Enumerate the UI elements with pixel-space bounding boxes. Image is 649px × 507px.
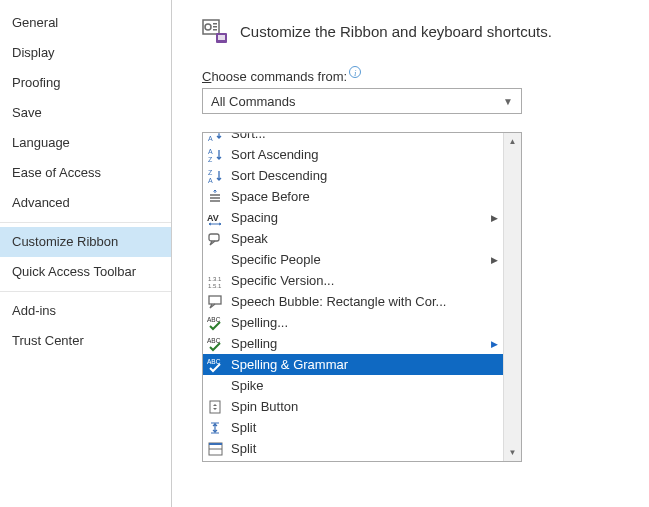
command-item[interactable]: Space Before	[203, 186, 503, 207]
spin-icon	[207, 399, 225, 415]
main-panel: Customize the Ribbon and keyboard shortc…	[172, 0, 649, 507]
command-item[interactable]: Split Cells...	[203, 459, 503, 461]
sidebar-item-customize-ribbon[interactable]: Customize Ribbon	[0, 227, 171, 257]
submenu-indicator-icon: ▶	[489, 213, 499, 223]
command-item[interactable]: 1.3.11.5.1Specific Version...	[203, 270, 503, 291]
sidebar-item-trust-center[interactable]: Trust Center	[0, 326, 171, 356]
command-item[interactable]: ZASort Descending	[203, 165, 503, 186]
av-arrows-icon: AV	[207, 210, 225, 226]
abc-check-icon: ABC	[207, 315, 225, 331]
sort-az-icon: AZ	[207, 147, 225, 163]
svg-rect-3	[213, 26, 217, 28]
speak-icon	[207, 231, 225, 247]
sidebar-item-advanced[interactable]: Advanced	[0, 188, 171, 218]
svg-text:1.3.1: 1.3.1	[208, 276, 222, 282]
command-label: Spike	[231, 378, 483, 393]
svg-text:A: A	[208, 177, 213, 184]
svg-rect-14	[209, 234, 219, 241]
command-item[interactable]: ABCSpelling & Grammar	[203, 354, 503, 375]
sidebar-item-save[interactable]: Save	[0, 98, 171, 128]
split-h-icon	[207, 420, 225, 436]
choose-commands-combo[interactable]: All Commands ▼	[202, 88, 522, 114]
command-item[interactable]: AVSpacing▶	[203, 207, 503, 228]
sidebar-item-general[interactable]: General	[0, 8, 171, 38]
command-label: Spelling...	[231, 315, 483, 330]
command-label: Specific People	[231, 252, 483, 267]
choose-commands-label: Choose commands from:i	[202, 66, 639, 84]
command-label: Space Before	[231, 189, 483, 204]
svg-text:ABC: ABC	[207, 337, 221, 344]
command-item[interactable]: Split	[203, 438, 503, 459]
svg-rect-4	[213, 29, 217, 31]
sidebar-separator	[0, 291, 171, 292]
blank-icon	[207, 378, 225, 394]
sidebar-item-proofing[interactable]: Proofing	[0, 68, 171, 98]
sort-za-icon: ZA	[207, 168, 225, 184]
sidebar-separator	[0, 222, 171, 223]
bubble-icon	[207, 294, 225, 310]
scroll-up-icon[interactable]: ▲	[504, 133, 521, 150]
command-label: Split	[231, 420, 483, 435]
svg-text:ABC: ABC	[207, 316, 221, 323]
command-label: Spin Button	[231, 399, 483, 414]
command-item[interactable]: Spin Button	[203, 396, 503, 417]
svg-text:AV: AV	[207, 213, 219, 223]
split-win-icon	[207, 441, 225, 457]
command-label: Spelling & Grammar	[231, 357, 483, 372]
header-title: Customize the Ribbon and keyboard shortc…	[240, 23, 552, 40]
command-label: Sort...	[231, 133, 483, 141]
abc-check-sel-icon: ABC	[207, 357, 225, 373]
command-label: Specific Version...	[231, 273, 483, 288]
command-label: Sort Descending	[231, 168, 483, 183]
options-sidebar: GeneralDisplayProofingSaveLanguageEase o…	[0, 0, 172, 507]
command-item[interactable]: AZSort Ascending	[203, 144, 503, 165]
command-item[interactable]: Spike	[203, 375, 503, 396]
svg-point-1	[205, 24, 211, 30]
command-item[interactable]: Speech Bubble: Rectangle with Cor...	[203, 291, 503, 312]
svg-text:Z: Z	[208, 169, 213, 176]
info-icon[interactable]: i	[349, 66, 361, 78]
submenu-indicator-icon: ▶	[489, 255, 499, 265]
command-label: Sort Ascending	[231, 147, 483, 162]
command-label: Speak	[231, 231, 483, 246]
sidebar-item-display[interactable]: Display	[0, 38, 171, 68]
para-space-icon	[207, 189, 225, 205]
svg-rect-24	[209, 443, 222, 445]
command-item[interactable]: ZASort...	[203, 133, 503, 144]
listbox-scrollbar[interactable]: ▲ ▼	[503, 133, 521, 461]
svg-text:Z: Z	[208, 133, 213, 134]
blank-icon	[207, 252, 225, 268]
command-item[interactable]: ABCSpelling▶	[203, 333, 503, 354]
svg-rect-17	[209, 296, 221, 304]
submenu-indicator-icon: ▶	[489, 339, 499, 349]
sidebar-item-ease-of-access[interactable]: Ease of Access	[0, 158, 171, 188]
sidebar-item-language[interactable]: Language	[0, 128, 171, 158]
command-item[interactable]: Specific People▶	[203, 249, 503, 270]
command-label: Spacing	[231, 210, 483, 225]
sort-za-icon: ZA	[207, 133, 225, 142]
command-label: Speech Bubble: Rectangle with Cor...	[231, 294, 483, 309]
svg-text:1.5.1: 1.5.1	[208, 283, 222, 289]
sidebar-item-add-ins[interactable]: Add-ins	[0, 296, 171, 326]
command-item[interactable]: Speak	[203, 228, 503, 249]
command-label: Spelling	[231, 336, 483, 351]
chevron-down-icon: ▼	[503, 96, 513, 107]
svg-rect-2	[213, 23, 217, 25]
scroll-down-icon[interactable]: ▼	[504, 444, 521, 461]
commands-listbox[interactable]: ZASort...AZSort AscendingZASort Descendi…	[203, 133, 503, 461]
sidebar-item-quick-access-toolbar[interactable]: Quick Access Toolbar	[0, 257, 171, 287]
combo-value: All Commands	[211, 94, 296, 109]
customize-ribbon-icon	[202, 18, 228, 44]
svg-text:ABC: ABC	[207, 358, 221, 365]
svg-text:A: A	[208, 135, 213, 142]
command-label: Split	[231, 441, 483, 456]
svg-rect-21	[210, 401, 220, 413]
svg-rect-6	[218, 35, 225, 40]
command-item[interactable]: ABCSpelling...	[203, 312, 503, 333]
svg-text:A: A	[208, 148, 213, 155]
svg-text:Z: Z	[208, 156, 213, 163]
abc-check-icon: ABC	[207, 336, 225, 352]
command-item[interactable]: Split	[203, 417, 503, 438]
ver-icon: 1.3.11.5.1	[207, 273, 225, 289]
